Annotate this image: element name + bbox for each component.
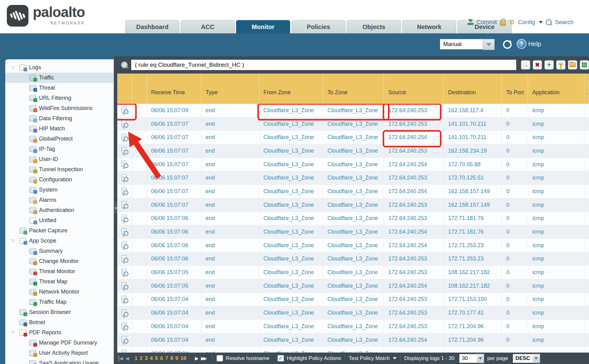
commit-button[interactable]: Commit — [477, 19, 497, 26]
sidebar-collapse-handle[interactable]: ◀ — [114, 201, 117, 214]
cell-application[interactable]: icmp — [528, 293, 584, 307]
cell-to-zone[interactable]: Cloudflare_L3_Zone — [323, 306, 384, 320]
test-policy-match-button[interactable]: Test Policy Match — [349, 355, 396, 362]
log-detail-icon[interactable] — [117, 266, 132, 279]
cell-destination[interactable]: 172.71.204.96 — [444, 333, 502, 347]
column-header-type[interactable]: Type — [201, 74, 259, 104]
cell-a[interactable]: a — [584, 131, 589, 144]
per-page-value[interactable]: 30 — [459, 354, 477, 363]
cell-a[interactable]: a — [584, 320, 589, 333]
cell-to-zone[interactable]: Cloudflare_L3_Zone — [323, 239, 384, 252]
last-page-icon[interactable]: ▶▶ — [201, 356, 206, 361]
cell-to-port[interactable]: 0 — [502, 144, 528, 158]
cell-destination[interactable]: 172.70.125.51 — [444, 171, 502, 185]
cell-destination[interactable]: 141.101.70.211 — [444, 117, 502, 131]
cell-source[interactable]: 172.64.240.253 — [384, 104, 444, 117]
refresh-icon[interactable] — [503, 40, 512, 49]
cell-source[interactable]: 172.64.240.253 — [384, 171, 444, 185]
per-page-caret[interactable] — [477, 354, 484, 363]
cell-source[interactable]: 172.64.240.253 — [384, 198, 444, 212]
log-detail-icon[interactable] — [117, 252, 132, 266]
cell-application[interactable]: icmp — [528, 239, 584, 252]
cell-receive-time[interactable]: 06/06 15:07:07 — [147, 158, 201, 171]
cell-source[interactable] — [384, 347, 444, 353]
cell-from-zone[interactable]: Cloudflare_L3_Zone — [259, 239, 323, 252]
cell-to-port[interactable]: 0 — [502, 293, 528, 307]
cell-type[interactable]: end — [201, 225, 259, 239]
cell-a[interactable]: a — [584, 158, 589, 171]
cell-a[interactable] — [584, 347, 589, 353]
add-filter-icon[interactable]: + — [544, 60, 554, 70]
log-detail-icon[interactable] — [117, 144, 132, 158]
tab-network[interactable]: Network — [402, 20, 456, 33]
cell-source[interactable]: 172.64.240.254 — [384, 279, 444, 293]
tab-objects[interactable]: Objects — [347, 20, 401, 33]
sidebar-item-network-monitor[interactable]: Network Monitor — [5, 287, 114, 297]
cell-to-port[interactable]: 0 — [502, 252, 528, 266]
cell-destination[interactable]: 172.71.153.150 — [444, 293, 502, 307]
cell-to-port[interactable]: 0 — [502, 185, 528, 198]
cell-a[interactable]: a — [584, 306, 589, 320]
log-detail-icon[interactable] — [117, 320, 132, 333]
log-detail-icon[interactable] — [117, 171, 132, 185]
cell-type[interactable]: end — [201, 306, 259, 320]
cell-source[interactable]: 172.64.240.253 — [384, 144, 444, 158]
column-header-source[interactable]: Source — [384, 74, 444, 104]
cell-to-zone[interactable]: Cloudflare_L3_Zone — [323, 131, 384, 144]
filter-query-input[interactable]: ( rule eq Cloudflare_Tunnel_Bidirect_HC … — [131, 59, 517, 70]
tab-acc[interactable]: ACC — [181, 20, 235, 33]
cell-application[interactable]: icmp — [528, 252, 584, 266]
cell-a[interactable]: a — [584, 293, 589, 307]
sort-order-caret[interactable] — [533, 354, 540, 363]
cell-to-zone[interactable]: Cloudflare_L3_Zone — [323, 158, 384, 171]
cell-receive-time[interactable]: 06/06 15:07:07 — [147, 185, 201, 198]
cell-application[interactable]: icmp — [528, 171, 584, 185]
cell-type[interactable]: end — [201, 212, 259, 226]
sidebar-item-alarms[interactable]: Alarms — [5, 195, 114, 205]
cell-receive-time[interactable]: 06/06 15:07:06 — [147, 212, 201, 226]
cell-a[interactable]: a — [584, 266, 589, 279]
page-number-2[interactable]: 2 — [140, 355, 143, 362]
cell-application[interactable]: icmp — [528, 212, 584, 226]
sidebar-item-manage-pdf-summary[interactable]: Manage PDF Summary — [5, 338, 114, 348]
cell-source[interactable]: 172.64.240.254 — [384, 239, 444, 252]
cell-source[interactable]: 172.64.240.253 — [384, 320, 444, 333]
cell-to-zone[interactable]: Cloudflare_L3_Zone — [323, 212, 384, 226]
load-filter-icon[interactable] — [568, 60, 577, 70]
log-detail-icon[interactable] — [117, 212, 132, 226]
cell-destination[interactable]: 172.71.253.23 — [444, 239, 502, 252]
log-detail-icon[interactable] — [117, 306, 132, 320]
cell-from-zone[interactable]: Cloudflare_L3_Zone — [259, 252, 323, 266]
cell-application[interactable]: icmp — [528, 225, 584, 239]
cell-to-port[interactable]: 0 — [502, 333, 528, 347]
cell-source[interactable]: 172.64.240.253 — [384, 252, 444, 266]
cell-receive-time[interactable]: 06/06 15:07:04 — [147, 293, 201, 307]
cell-a[interactable]: a — [584, 198, 589, 212]
cell-receive-time[interactable]: 06/06 15:07:05 — [147, 279, 201, 293]
cell-application[interactable]: icmp — [528, 104, 584, 117]
cell-destination[interactable]: 108.162.217.182 — [444, 279, 502, 293]
cell-from-zone[interactable]: Cloudflare_L3_Zone — [259, 158, 323, 171]
cell-from-zone[interactable]: Cloudflare_L3_Zone — [259, 131, 323, 144]
column-header-a[interactable]: A — [584, 74, 589, 104]
log-detail-icon[interactable] — [117, 239, 132, 252]
cell-to-zone[interactable]: Cloudflare_L3_Zone — [323, 104, 384, 117]
cell-a[interactable]: a — [584, 225, 589, 239]
cell-type[interactable]: end — [201, 239, 259, 252]
sidebar-item-summary[interactable]: Summary — [5, 246, 114, 256]
cell-source[interactable]: 172.64.240.254 — [384, 225, 444, 239]
cell-type[interactable]: end — [201, 171, 259, 185]
cell-to-port[interactable] — [502, 347, 528, 353]
search-button[interactable]: Search — [555, 19, 574, 26]
cell-from-zone[interactable]: Cloudflare_L3_Zone — [259, 306, 323, 320]
cell-source[interactable]: 172.64.240.253 — [384, 212, 444, 226]
expand-caret-icon[interactable]: ▽ — [11, 239, 15, 243]
tab-policies[interactable]: Policies — [291, 20, 346, 33]
per-page-select[interactable]: 30 — [459, 354, 484, 363]
page-number-1[interactable]: 1 — [135, 355, 137, 362]
help-label[interactable]: Help — [528, 40, 541, 48]
cell-type[interactable]: end — [201, 104, 259, 117]
cell-destination[interactable]: 172.71.253.23 — [444, 252, 502, 266]
cell-from-zone[interactable]: Cloudflare_L3_Zone — [259, 279, 323, 293]
log-detail-icon[interactable] — [117, 347, 132, 353]
